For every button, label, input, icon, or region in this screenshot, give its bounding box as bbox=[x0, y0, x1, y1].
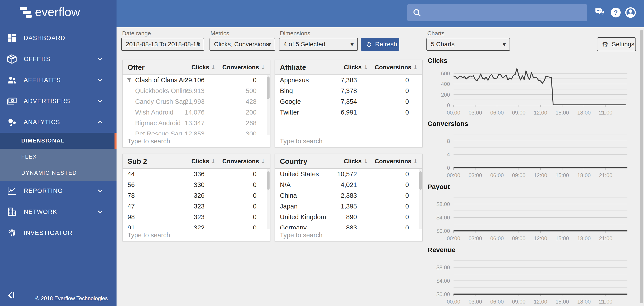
row-name: Germany bbox=[280, 224, 306, 230]
sidebar-item-flex[interactable]: FLEX bbox=[0, 149, 116, 165]
sort-clicks[interactable]: Clicks ↓ bbox=[191, 64, 216, 71]
search-input[interactable] bbox=[128, 229, 260, 241]
svg-text:12:00: 12:00 bbox=[534, 172, 547, 178]
table-row[interactable]: Germany8830 bbox=[275, 222, 422, 230]
global-search-input[interactable] bbox=[407, 4, 587, 21]
svg-text:12:00: 12:00 bbox=[534, 110, 547, 116]
sidebar-item-dashboard[interactable]: DASHBOARD bbox=[0, 27, 116, 48]
sidebar-item-advertisers[interactable]: ADVERTISERS bbox=[0, 91, 116, 112]
scrollbar-thumb[interactable] bbox=[267, 76, 270, 99]
dimensions-dropdown[interactable]: 4 of 5 Selected ▼ bbox=[279, 38, 358, 51]
svg-text:15:00: 15:00 bbox=[556, 110, 569, 116]
row-conv: 0 bbox=[405, 203, 409, 210]
sort-conversions[interactable]: Conversions ↓ bbox=[375, 64, 418, 71]
chevron-down-icon bbox=[96, 76, 104, 84]
table-row[interactable]: Pet Rescue Sag...12,853300 bbox=[122, 128, 270, 136]
table-row[interactable]: Clash of Clans An...29,1060 bbox=[122, 75, 270, 85]
table-row[interactable]: Japan1,3950 bbox=[275, 201, 422, 212]
row-clicks: 13,347 bbox=[185, 120, 204, 127]
table-row[interactable]: Appnexus7,3830 bbox=[275, 75, 422, 85]
copyright: © 2018 Everflow Technologies bbox=[36, 295, 108, 302]
sidebar-item-dimensional[interactable]: DIMENSIONAL bbox=[0, 133, 116, 149]
caret-down-icon: ▼ bbox=[197, 42, 200, 47]
sort-conversions[interactable]: Conversions ↓ bbox=[222, 64, 266, 71]
submenu-label: DIMENSIONAL bbox=[21, 138, 65, 144]
sidebar-item-label: REPORTING bbox=[24, 187, 63, 194]
settings-button[interactable]: ⚙ Settings bbox=[597, 37, 636, 51]
sidebar-item-offers[interactable]: OFFERS bbox=[0, 48, 116, 70]
table-row[interactable]: 913220 bbox=[122, 222, 270, 230]
sidebar-item-affiliates[interactable]: AFFILIATES bbox=[0, 70, 116, 91]
search-input[interactable] bbox=[280, 135, 412, 147]
sidebar-item-reporting[interactable]: REPORTING bbox=[0, 180, 116, 201]
table-search bbox=[275, 135, 422, 147]
table-row[interactable]: Twitter6,9910 bbox=[275, 107, 422, 118]
investigator-fingerprint-icon bbox=[7, 228, 17, 238]
clicks-chart: Clicks 020040060000:0003:0006:0009:0012:… bbox=[427, 56, 642, 120]
svg-text:09:00: 09:00 bbox=[512, 110, 526, 116]
table-row[interactable]: 783260 bbox=[122, 190, 270, 201]
row-conv: 0 bbox=[253, 192, 256, 199]
settings-label: Settings bbox=[612, 41, 634, 48]
panel-title: Offer bbox=[128, 63, 144, 71]
row-clicks: 890 bbox=[346, 213, 357, 221]
table-row[interactable]: Google7,3540 bbox=[275, 96, 422, 107]
chat-icon[interactable] bbox=[594, 7, 605, 18]
scrollbar-thumb[interactable] bbox=[419, 171, 422, 190]
row-name: United States bbox=[280, 170, 319, 178]
account-icon[interactable] bbox=[625, 7, 636, 18]
copyright-link[interactable]: Everflow Technologies bbox=[54, 295, 108, 301]
table-row[interactable]: Bigmac Android13,347268 bbox=[122, 118, 270, 128]
search-input[interactable] bbox=[128, 135, 260, 147]
table-row[interactable]: China2,3830 bbox=[275, 190, 422, 201]
submenu-label: FLEX bbox=[21, 154, 37, 160]
table-row[interactable]: Candy Crush Sag...21,993428 bbox=[122, 96, 270, 107]
svg-text:$8.00: $8.00 bbox=[436, 264, 450, 271]
sidebar-item-label: ADVERTISERS bbox=[24, 98, 70, 105]
table-row[interactable]: 473230 bbox=[122, 201, 270, 212]
panel-title: Affiliate bbox=[280, 63, 306, 71]
sort-conversions[interactable]: Conversions ↓ bbox=[375, 158, 418, 165]
sort-clicks[interactable]: Clicks ↓ bbox=[191, 158, 216, 165]
table-body: Clash of Clans An...29,1060Quickbooks On… bbox=[122, 75, 270, 136]
analytics-icon bbox=[7, 117, 17, 127]
collapse-sidebar-icon[interactable] bbox=[7, 290, 16, 301]
metrics-value: Clicks, Conversions bbox=[214, 41, 269, 48]
page-scrollbar-thumb[interactable] bbox=[640, 30, 643, 303]
charts-label: Charts bbox=[427, 30, 444, 37]
table-row[interactable]: N/A4,0210 bbox=[275, 179, 422, 190]
svg-text:09:00: 09:00 bbox=[512, 172, 526, 178]
svg-text:18:00: 18:00 bbox=[577, 299, 591, 305]
table-row[interactable]: United Kingdom8900 bbox=[275, 212, 422, 222]
sidebar-item-network[interactable]: NETWORK bbox=[0, 201, 116, 222]
sort-clicks[interactable]: Clicks ↓ bbox=[344, 64, 368, 71]
svg-text:200: 200 bbox=[441, 92, 450, 98]
table-body: Appnexus7,3830Bing7,3780Google7,3540Twit… bbox=[275, 75, 422, 136]
date-range-dropdown[interactable]: 2018-08-13 To 2018-08-13 ▼ bbox=[121, 38, 204, 51]
svg-text:$8.00: $8.00 bbox=[436, 201, 450, 207]
row-conv: 0 bbox=[405, 98, 409, 105]
sidebar-item-investigator[interactable]: INVESTIGATOR bbox=[0, 222, 116, 243]
sidebar-item-analytics[interactable]: ANALYTICS bbox=[0, 112, 116, 133]
search-input[interactable] bbox=[280, 229, 412, 241]
sidebar-item-dynamic-nested[interactable]: DYNAMIC NESTED bbox=[0, 165, 116, 181]
help-icon[interactable]: ? bbox=[610, 7, 621, 18]
table-row[interactable]: United States10,5720 bbox=[275, 169, 422, 179]
charts-dropdown[interactable]: 5 Charts ▼ bbox=[426, 38, 510, 51]
row-name: N/A bbox=[280, 181, 291, 188]
scrollbar-thumb[interactable] bbox=[267, 171, 270, 190]
sort-desc-icon: ↓ bbox=[211, 158, 216, 164]
table-row[interactable]: Quickbooks Online26,913500 bbox=[122, 85, 270, 96]
svg-text:400: 400 bbox=[441, 81, 450, 87]
everflow-logo[interactable]: everflow bbox=[20, 5, 80, 19]
table-row[interactable]: Wish Android14,076200 bbox=[122, 107, 270, 118]
table-header: Affiliate Clicks ↓ Conversions ↓ bbox=[275, 60, 422, 75]
sort-clicks[interactable]: Clicks ↓ bbox=[344, 158, 368, 165]
table-row[interactable]: 443360 bbox=[122, 169, 270, 179]
refresh-button[interactable]: Refresh bbox=[361, 38, 399, 51]
metrics-dropdown[interactable]: Clicks, Conversions ▼ bbox=[210, 38, 275, 51]
table-row[interactable]: 983230 bbox=[122, 212, 270, 222]
sort-conversions[interactable]: Conversions ↓ bbox=[222, 158, 266, 165]
table-row[interactable]: 563300 bbox=[122, 179, 270, 190]
table-row[interactable]: Bing7,3780 bbox=[275, 85, 422, 96]
